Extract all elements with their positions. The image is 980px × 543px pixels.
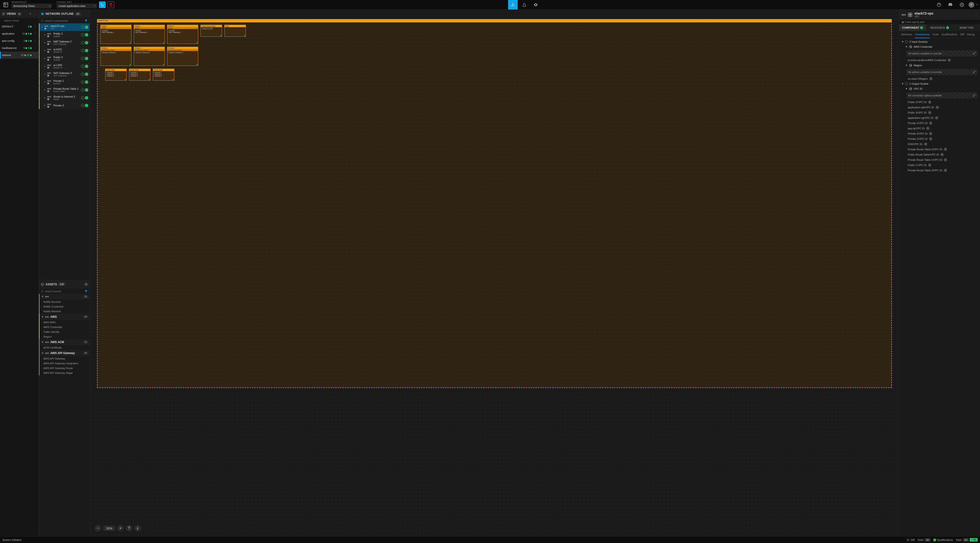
detail-menu-icon[interactable]: ⋮ [975, 13, 978, 16]
help-icon[interactable]: ? [929, 132, 932, 135]
help-icon[interactable]: ? [944, 148, 947, 151]
view-item-default[interactable]: DEFAULT0⬢⋮ [0, 23, 39, 30]
output-sockets-header[interactable]: ▼1 Output Socket [899, 81, 980, 86]
help-icon[interactable]: ? [929, 121, 932, 125]
input-sockets-header[interactable]: ▼2 Input Sockets [899, 39, 980, 44]
asset-item[interactable]: AWS API Gateway Stage [40, 371, 90, 375]
diagram-node[interactable]: Public 1Subnet• si-0100• NAT Gateway 1 [100, 25, 131, 44]
asset-item[interactable]: AWS API Gateway [40, 356, 90, 361]
subtab-connections[interactable]: Connections [915, 31, 929, 38]
delete-button[interactable] [108, 2, 114, 8]
help-icon[interactable]: ? [948, 59, 951, 62]
subtab-debug[interactable]: Debug [967, 31, 975, 38]
filter-icon[interactable] [84, 290, 88, 293]
changeset-dropdown[interactable]: create-application-view [57, 3, 97, 8]
edit-icon[interactable] [972, 70, 976, 74]
asset-item[interactable]: AWS API Gateway Integration [40, 361, 90, 366]
tab-mgmtfns[interactable]: MGMT FNS [953, 24, 980, 31]
settings-icon[interactable] [957, 0, 967, 10]
view-item-application[interactable]: application11⬢6⬢⋮ [0, 30, 39, 37]
diagram-node[interactable]: Route Table• Subnet 1• Subnet 2• Subnet … [153, 69, 174, 81]
diagram-vpc[interactable]: stack72-vpc Public 1Subnet• si-0100• NAT… [97, 19, 892, 388]
view-item-network[interactable]: network22⬢22⬢⋮ [0, 51, 39, 59]
nav-tab-model[interactable] [508, 0, 518, 10]
diagram-node[interactable]: Public 3Subnet• si-1350• NAT Gateway 3 [167, 25, 198, 44]
status-diff[interactable]: Diff [906, 538, 915, 541]
canvas[interactable]: stack72-vpc Public 1Subnet• si-0100• NAT… [90, 10, 899, 536]
asset-group-header[interactable]: ▼aws3 [40, 294, 90, 299]
subtab-qualifications[interactable]: Qualifications [942, 31, 957, 38]
outline-item[interactable]: ▼aws ▦stack72-vpcVPC✓✓ [39, 23, 90, 31]
view-item-aws-config[interactable]: aws-config2⬢0⬢⋮ [0, 37, 39, 45]
diagram-node[interactable]: IGW [224, 25, 246, 37]
subtab-diff[interactable]: Diff [960, 31, 964, 38]
socket-aws-credential[interactable]: ▼AWS Credential [899, 44, 980, 49]
help-icon[interactable]: ? [928, 111, 931, 114]
help-icon[interactable]: ? [928, 163, 931, 167]
view-menu-icon[interactable]: ⋮ [34, 32, 37, 35]
outline-item[interactable]: ▼aws ▦si-1350Elastic IP✓✓ [39, 62, 90, 70]
help-icon[interactable]: ? [929, 77, 932, 80]
download-button[interactable] [134, 525, 141, 532]
zoom-in-button[interactable]: + [117, 525, 124, 532]
nav-tab-lab[interactable] [520, 0, 529, 10]
workspace-dropdown[interactable]: Announcing Views [11, 3, 52, 8]
socket-region[interactable]: ▼Region [899, 63, 980, 68]
asset-item[interactable]: Region [40, 334, 90, 339]
diagram-node[interactable]: Public Route Table• Route to IGW [200, 25, 222, 37]
help-icon[interactable]: ? [935, 106, 939, 109]
subtab-attributes[interactable]: Attributes [901, 31, 912, 38]
help-icon[interactable] [934, 0, 944, 10]
asset-group-header[interactable]: ▼awsAWS ACM1 [40, 339, 90, 345]
view-menu-icon[interactable]: ⋮ [34, 46, 37, 49]
user-avatar[interactable]: P [969, 2, 974, 8]
option-connection-box[interactable]: No connection options available [906, 92, 978, 99]
outline-item[interactable]: ▼aws ▦Public 2Subnet✓✓ [39, 31, 90, 39]
outline-item[interactable]: ▼aws ▦NAT Gateway 2NAT Gateway✓✓ [39, 39, 90, 46]
filter-icon[interactable] [84, 19, 88, 22]
canvas-help-button[interactable]: ? [126, 525, 132, 532]
view-menu-icon[interactable]: ⋮ [34, 25, 37, 28]
asset-item[interactable]: Netlify Credential [40, 304, 90, 309]
help-icon[interactable]: ? [944, 158, 947, 161]
asset-group-header[interactable]: ▼awsAWS API Gateway4 [40, 350, 90, 356]
help-icon[interactable]: ? [940, 153, 944, 156]
asset-group-header[interactable]: ▼awsAWS4 [40, 314, 90, 320]
views-search-input[interactable] [4, 19, 37, 22]
asset-item[interactable]: AWS Credential [40, 325, 90, 330]
assets-help-icon[interactable]: ? [84, 283, 88, 286]
help-icon[interactable]: ? [935, 116, 938, 119]
asset-item[interactable]: Netlify Account [40, 299, 90, 304]
outline-search-input[interactable] [45, 19, 83, 22]
status-qualifications[interactable]: ✓ Qualifications [933, 538, 953, 541]
outline-item[interactable]: ▼aws ▦Private 2Subnet✓✓ [39, 78, 90, 86]
help-icon[interactable]: ? [926, 127, 929, 130]
tab-resource[interactable]: RESOURCE✓ [926, 24, 953, 31]
discord-icon[interactable] [946, 0, 955, 10]
view-menu-icon[interactable]: ⋮ [34, 53, 37, 57]
merge-button[interactable] [99, 2, 106, 8]
assets-search-input[interactable] [45, 290, 83, 293]
diagram-node[interactable]: Public 2Subnet• si-0181• NAT Gateway 2 [134, 25, 165, 44]
views-menu-icon[interactable]: ⋮ [34, 12, 37, 16]
asset-item[interactable]: AWS API Gateway Route [40, 366, 90, 371]
nav-tab-view[interactable] [531, 0, 541, 10]
tab-component[interactable]: COMPONENT✓ [899, 24, 926, 31]
edit-icon[interactable] [972, 52, 976, 55]
add-view-button[interactable] [29, 12, 32, 16]
diagram-node[interactable]: Private 2Private Route Table 2• Route to… [134, 47, 165, 66]
outline-item[interactable]: ▼aws ▦NAT Gateway 3NAT Gateway✓✓ [39, 70, 90, 78]
help-icon[interactable]: ? [944, 169, 947, 172]
outline-item[interactable]: ▼aws ▦Route to Internet 2Route✓✓ [39, 94, 90, 102]
option-override-box[interactable]: No options available to override [906, 50, 978, 57]
diagram-node[interactable]: Route Table• Subnet 1• Subnet 2• Subnet … [105, 69, 127, 81]
zoom-out-button[interactable]: − [95, 525, 101, 532]
view-menu-icon[interactable]: ⋮ [34, 39, 37, 43]
avatar-chevron-icon[interactable]: ▼ [976, 3, 978, 6]
edit-icon[interactable] [972, 94, 976, 97]
socket-vpc-id[interactable]: ▼VPC ID [899, 86, 980, 91]
diagram-node[interactable]: Private 3Private Route Table 3• Route to… [167, 47, 198, 66]
asset-item[interactable]: Netlify Member [40, 309, 90, 314]
outline-item[interactable]: ▼aws ▦Public 3Subnet✓✓ [39, 55, 90, 62]
diagram-node[interactable]: Route Table• Subnet 1• Subnet 2• Subnet … [129, 69, 150, 81]
